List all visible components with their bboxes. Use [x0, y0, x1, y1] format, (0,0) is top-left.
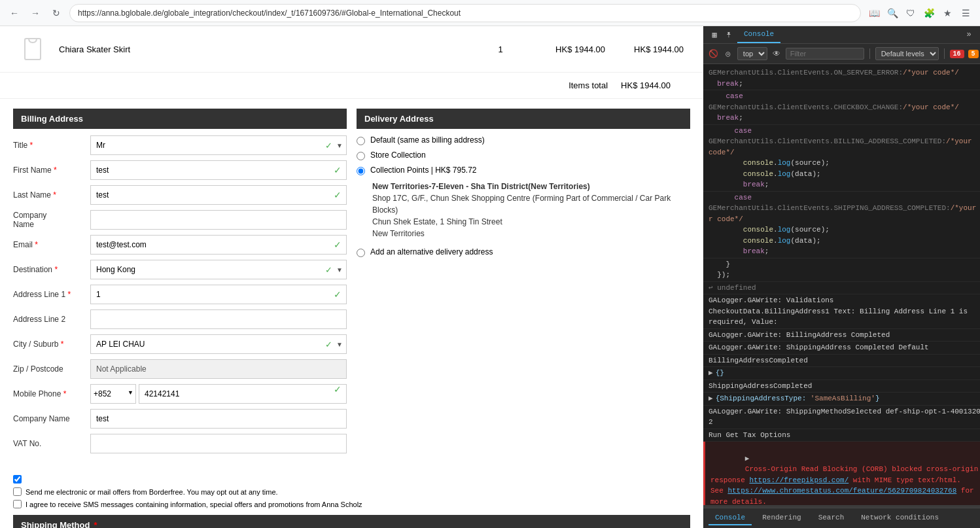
- console-content[interactable]: GEMerchantUtils.ClientEvents.ON_SERVER_E…: [703, 64, 980, 505]
- city-row: City / Suburb * AP LEI CHAU ✓ ▼: [13, 334, 347, 354]
- optin-checkbox[interactable]: [13, 487, 22, 496]
- shield-icon[interactable]: 🛡: [903, 5, 919, 21]
- company2-input[interactable]: [90, 409, 347, 429]
- billing-header: Billing Address: [13, 109, 347, 129]
- devtools-panel: ▦ 🖈 Console » + ⚙ ⎹ ✕ 🚫 ◎ top 👁 Default …: [703, 26, 980, 528]
- title-select-wrapper: Mr ✓ ▼: [90, 135, 347, 155]
- reader-mode-icon[interactable]: 📖: [866, 5, 882, 21]
- extensions-icon[interactable]: 🧩: [921, 5, 937, 21]
- form-area: Billing Address Title * Mr ✓ ▼ First Nam…: [0, 99, 703, 468]
- destination-select-wrapper: Hong Kong ✓ ▼: [90, 260, 347, 279]
- delivery-alt-radio[interactable]: [357, 249, 365, 257]
- devtools-bottom-tab-search[interactable]: Search: [812, 511, 851, 525]
- shipping-method-bar: Shipping Method *: [13, 515, 690, 528]
- delivery-default-label[interactable]: Default (same as billing address): [370, 135, 485, 145]
- devtools-context-select[interactable]: top: [737, 47, 767, 60]
- consent-checkbox[interactable]: [13, 475, 22, 484]
- delivery-store-radio[interactable]: [357, 152, 365, 160]
- devtools-add-icon[interactable]: +: [977, 29, 980, 41]
- phone-country-arrow-icon: ▼: [128, 389, 133, 396]
- email-input[interactable]: [90, 235, 347, 255]
- lastname-required: *: [53, 190, 56, 200]
- firstname-label: First Name *: [13, 166, 85, 175]
- zoom-icon[interactable]: 🔍: [884, 5, 900, 21]
- collection-line1: Shop 17C, G/F., Chun Shek Shopping Centr…: [372, 192, 690, 216]
- vat-input[interactable]: [90, 434, 347, 453]
- company2-wrapper: [90, 409, 347, 429]
- phone-country-wrapper: +852 ▼: [90, 384, 136, 404]
- bookmark-icon[interactable]: ★: [939, 5, 955, 21]
- destination-check-icon: ✓: [325, 265, 332, 275]
- sms-optin-row: I agree to receive SMS messages containi…: [13, 500, 690, 508]
- company-input[interactable]: [90, 210, 347, 230]
- devtools-bottom-tab-console[interactable]: Console: [709, 511, 752, 525]
- phone-number-input[interactable]: [139, 384, 347, 404]
- devtools-clear-icon[interactable]: 🚫: [709, 48, 719, 60]
- back-button[interactable]: ←: [7, 5, 22, 21]
- address2-input[interactable]: [90, 309, 347, 329]
- collection-point-detail: New Territories-7-Eleven - Sha Tin Distr…: [372, 181, 690, 239]
- devtools-inspect-icon[interactable]: 🖈: [723, 29, 735, 41]
- product-row: Chiara Skater Skirt 1 HK$ 1944.00 HK$ 19…: [0, 26, 703, 73]
- destination-row: Destination * Hong Kong ✓ ▼: [13, 260, 347, 279]
- sms-optin-checkbox[interactable]: [13, 500, 22, 508]
- devtools-levels-select[interactable]: Default levels: [875, 47, 939, 60]
- company-row: CompanyName: [13, 210, 347, 230]
- expand-icon2[interactable]: ▶: [709, 395, 713, 402]
- devtools-filter-icon[interactable]: ◎: [723, 48, 733, 60]
- devtools-elements-icon[interactable]: ▦: [709, 29, 720, 41]
- url-text: https://anna.bglobale.de/globale_integra…: [78, 9, 461, 18]
- devtools-filter-input[interactable]: [786, 48, 864, 60]
- title-select[interactable]: Mr: [90, 135, 347, 155]
- url-bar[interactable]: https://anna.bglobale.de/globale_integra…: [69, 4, 861, 22]
- firstname-wrapper: ✓: [90, 160, 347, 180]
- lastname-wrapper: ✓: [90, 185, 347, 205]
- settings-icon[interactable]: ☰: [958, 5, 973, 21]
- lastname-input[interactable]: [90, 185, 347, 205]
- delivery-header: Delivery Address: [357, 109, 690, 129]
- address1-input[interactable]: [90, 285, 347, 304]
- devtools-bottom-tab-network-conditions[interactable]: Network conditions: [854, 511, 945, 525]
- devtools-more-tabs-icon[interactable]: »: [963, 29, 975, 41]
- delivery-default-radio[interactable]: [357, 137, 365, 145]
- product-qty: 1: [474, 44, 527, 54]
- destination-select[interactable]: Hong Kong: [90, 260, 347, 279]
- address1-row: Address Line 1 * ✓: [13, 285, 347, 304]
- address1-wrapper: ✓: [90, 285, 347, 304]
- expand-icon[interactable]: ▶: [709, 369, 713, 377]
- console-line: Run Get Tax Optionsf$.js:3: [703, 429, 980, 442]
- reload-button[interactable]: ↻: [48, 5, 64, 21]
- optin-label: Send me electronic or mail offers from B…: [26, 488, 278, 496]
- delivery-alt-label[interactable]: Add an alternative delivery address: [370, 247, 493, 256]
- devtools-badge-errors: 16: [950, 50, 964, 58]
- product-icon: [13, 33, 52, 65]
- city-arrow-icon: ▼: [336, 341, 343, 348]
- devtools-tab-console[interactable]: Console: [737, 26, 780, 43]
- devtools-eye-icon[interactable]: 👁: [771, 48, 782, 60]
- delivery-collection-radio[interactable]: [357, 167, 365, 175]
- shipping-required-star: *: [94, 520, 97, 528]
- console-line-error1: ▶ Cross-Origin Read Blocking (CORB) bloc…: [703, 442, 980, 505]
- console-line: case GEMerchantUtils.ClientEvents.SHIPPI…: [703, 192, 980, 258]
- delivery-collection-label[interactable]: Collection Points | HK$ 795.72: [370, 166, 477, 175]
- firstname-input[interactable]: [90, 160, 347, 180]
- firstname-check-icon: ✓: [334, 165, 341, 175]
- console-line-undefined: ↩ undefined: [703, 282, 980, 295]
- collection-line3: New Territories: [372, 228, 690, 239]
- title-check-icon: ✓: [325, 141, 332, 150]
- console-line: case GEMerchantUtils.ClientEvents.BILLIN…: [703, 125, 980, 192]
- delivery-store-label[interactable]: Store Collection: [370, 150, 426, 160]
- expand-error1-icon[interactable]: ▶: [745, 455, 750, 463]
- browser-toolbar: ← → ↻ https://anna.bglobale.de/globale_i…: [0, 0, 980, 26]
- devtools-bottom-tab-rendering[interactable]: Rendering: [756, 511, 807, 525]
- destination-label: Destination *: [13, 265, 85, 274]
- lastname-row: Last Name * ✓: [13, 185, 347, 205]
- email-label: Email *: [13, 240, 85, 249]
- devtools-top-actions: » + ⚙ ⎹ ✕: [963, 29, 980, 41]
- vat-wrapper: [90, 434, 347, 453]
- delivery-section: Delivery Address Default (same as billin…: [357, 109, 690, 459]
- vat-label: VAT No.: [13, 439, 85, 448]
- city-select[interactable]: AP LEI CHAU: [90, 334, 347, 354]
- city-required: *: [61, 340, 64, 349]
- forward-button[interactable]: →: [27, 5, 43, 21]
